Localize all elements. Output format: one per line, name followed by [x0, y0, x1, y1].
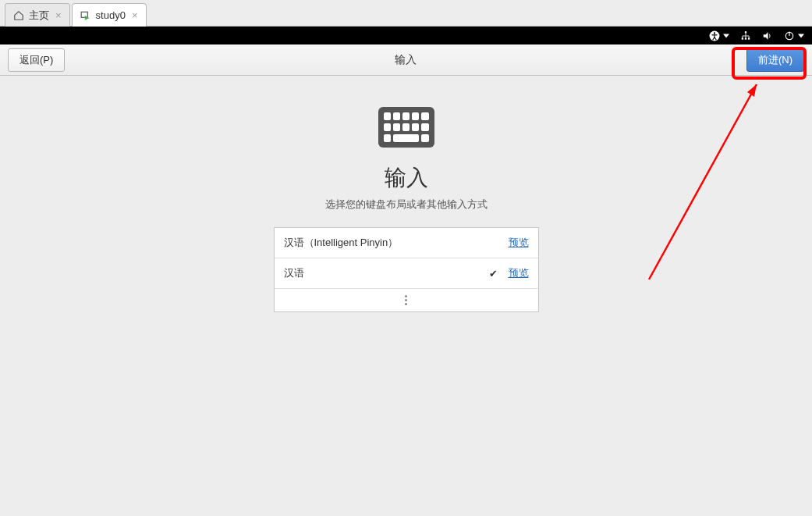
list-item-label: 汉语（Intelligent Pinyin） [284, 236, 509, 250]
close-icon[interactable]: × [55, 9, 62, 21]
list-item[interactable]: 汉语 ✔ 预览 [275, 258, 538, 289]
close-icon[interactable]: × [132, 9, 138, 21]
svg-point-3 [714, 32, 715, 34]
tab-label: 主页 [29, 9, 49, 23]
svg-rect-12 [748, 37, 750, 39]
tab-home[interactable]: 主页 × [5, 3, 70, 27]
tab-bar: 主页 × study0 × [0, 0, 812, 27]
list-item-label: 汉语 [284, 266, 489, 280]
keyboard-icon [378, 107, 434, 148]
main-title: 输入 [385, 163, 428, 193]
power-icon[interactable] [784, 30, 795, 41]
back-button[interactable]: 返回(P) [8, 48, 65, 72]
vm-icon [80, 10, 91, 21]
svg-rect-9 [745, 31, 746, 33]
chevron-down-icon[interactable] [723, 33, 729, 39]
svg-rect-11 [745, 37, 746, 39]
main-content: 输入 选择您的键盘布局或者其他输入方式 汉语（Intelligent Pinyi… [0, 76, 812, 312]
svg-rect-10 [742, 37, 743, 39]
volume-icon[interactable] [762, 30, 773, 41]
more-options-button[interactable] [275, 289, 538, 311]
input-method-list: 汉语（Intelligent Pinyin） 预览 汉语 ✔ 预览 [274, 227, 539, 312]
preview-link[interactable]: 预览 [509, 266, 529, 280]
check-icon: ✔ [489, 268, 498, 279]
more-icon [405, 295, 407, 305]
home-icon [13, 10, 24, 21]
main-subtitle: 选择您的键盘布局或者其他输入方式 [325, 198, 488, 212]
tab-label: study0 [96, 9, 126, 21]
svg-marker-17 [764, 32, 768, 39]
system-bar [0, 27, 812, 44]
svg-marker-20 [798, 34, 804, 37]
svg-marker-8 [723, 34, 729, 37]
header-bar: 返回(P) 输入 前进(N) [0, 44, 812, 76]
next-button[interactable]: 前进(N) [746, 48, 804, 72]
chevron-down-icon[interactable] [798, 33, 804, 39]
preview-link[interactable]: 预览 [509, 236, 529, 250]
page-title: 输入 [395, 53, 417, 67]
accessibility-icon[interactable] [709, 30, 720, 41]
tab-study0[interactable]: study0 × [72, 3, 147, 27]
network-icon[interactable] [740, 30, 751, 41]
list-item[interactable]: 汉语（Intelligent Pinyin） 预览 [275, 228, 538, 258]
